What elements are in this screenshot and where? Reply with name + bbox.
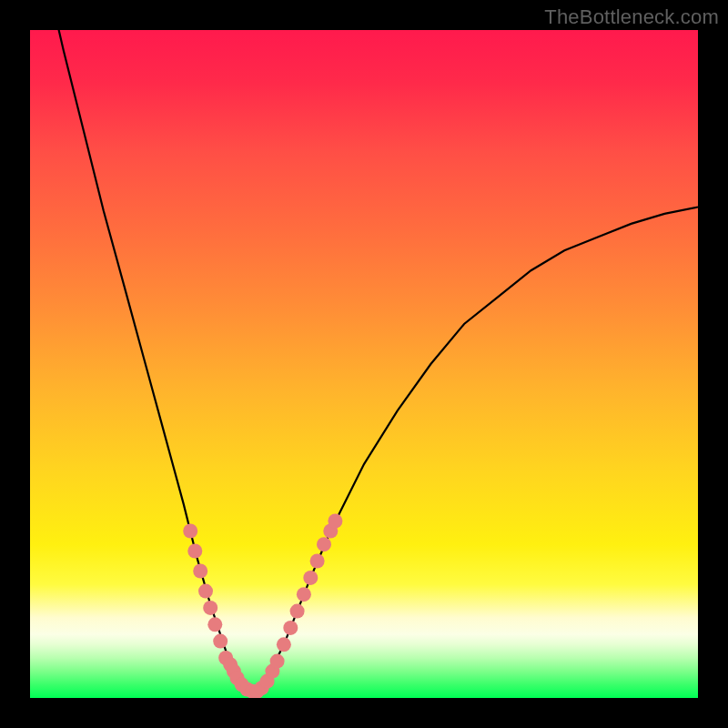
chart-frame: TheBottleneck.com [0, 0, 728, 728]
marker-dot [187, 544, 202, 559]
curve-layer [30, 30, 698, 698]
marker-dot [328, 514, 342, 529]
marker-dot [317, 537, 331, 551]
marker-dot [213, 634, 228, 649]
marker-dot [303, 571, 318, 585]
marker-dot [203, 601, 217, 615]
curve-markers [183, 514, 342, 699]
marker-dot [207, 617, 222, 632]
marker-dot [193, 564, 207, 579]
marker-dot [283, 621, 298, 635]
marker-dot [270, 654, 285, 669]
bottleneck-curve [30, 30, 698, 692]
marker-dot [183, 524, 197, 539]
watermark-text: TheBottleneck.com [544, 5, 719, 29]
plot-area [30, 30, 698, 698]
marker-dot [290, 604, 305, 619]
marker-dot [297, 587, 311, 602]
marker-dot [198, 584, 213, 599]
marker-dot [277, 637, 291, 652]
marker-dot [310, 554, 325, 569]
